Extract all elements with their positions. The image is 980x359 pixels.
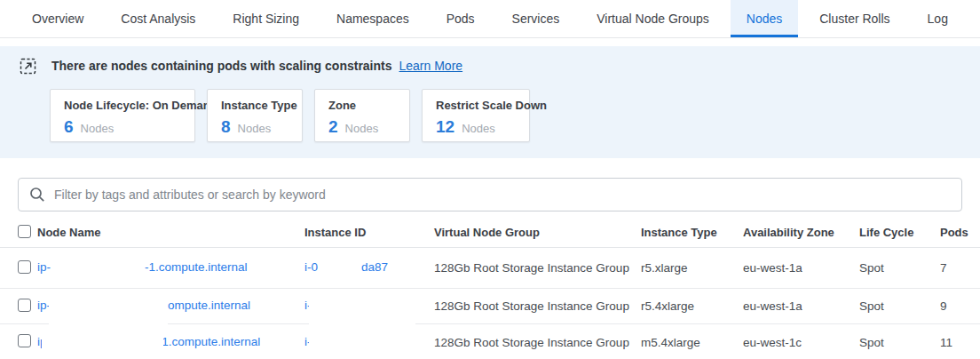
card-unit: Nodes (81, 122, 115, 135)
scale-out-icon (20, 58, 36, 75)
search-icon (29, 187, 45, 203)
card-title: Zone (328, 99, 396, 112)
pods-count: 9 (940, 299, 980, 313)
tab-virtual-node-groups[interactable]: Virtual Node Groups (581, 0, 725, 37)
availability-zone-value: eu-west-1a (743, 261, 859, 275)
instance-id-link[interactable]: i-0d (304, 334, 434, 350)
instance-type-value: r5.4xlarge (641, 299, 743, 313)
instance-id-link[interactable]: i-0da87 (304, 260, 434, 276)
constraint-card-instance-type[interactable]: Instance Type 8 Nodes (207, 89, 303, 142)
row-checkbox[interactable] (18, 334, 31, 347)
tab-nodes[interactable]: Nodes (731, 0, 798, 37)
card-count: 12 (436, 117, 454, 137)
search-input[interactable] (54, 187, 951, 202)
life-cycle-value: Spot (859, 299, 940, 313)
card-unit: Nodes (345, 122, 379, 135)
card-title: Node Lifecycle: On Demand (64, 99, 181, 112)
virtual-node-group-value: 128Gb Root Storage Instance Group (434, 336, 641, 349)
column-life-cycle: Life Cycle (859, 226, 940, 239)
table-row: ip--1.compute.internal i-0da87 128Gb Roo… (0, 248, 980, 289)
tab-bar: Overview Cost Analysis Right Sizing Name… (0, 0, 980, 38)
tab-services[interactable]: Services (496, 0, 576, 37)
life-cycle-value: Spot (859, 336, 940, 349)
tab-pods[interactable]: Pods (431, 0, 491, 37)
column-virtual-node-group: Virtual Node Group (434, 226, 641, 239)
select-all-checkbox[interactable] (18, 225, 31, 238)
row-checkbox[interactable] (18, 260, 31, 274)
pods-count: 11 (940, 336, 980, 349)
constraint-card-zone[interactable]: Zone 2 Nodes (314, 89, 410, 142)
filter-search (18, 178, 962, 211)
nodes-table: Node Name Instance ID Virtual Node Group… (0, 218, 980, 359)
card-title: Instance Type (221, 99, 288, 112)
node-name-link[interactable]: ip-t-1.compute.internal (37, 334, 304, 350)
tab-right-sizing[interactable]: Right Sizing (217, 0, 315, 37)
node-name-link[interactable]: ip--1.compute.internal (37, 260, 304, 276)
redacted-text (318, 260, 361, 276)
tab-namespaces[interactable]: Namespaces (320, 0, 425, 37)
table-row: ip-t-1.compute.internal i-0d 128Gb Root … (0, 324, 980, 359)
availability-zone-value: eu-west-1a (743, 299, 859, 313)
redacted-text (318, 334, 401, 350)
redacted-text (58, 299, 159, 315)
tab-cluster-rolls[interactable]: Cluster Rolls (803, 0, 905, 37)
column-instance-id: Instance ID (304, 226, 434, 239)
tab-overview[interactable]: Overview (16, 0, 99, 37)
card-count: 6 (64, 117, 74, 137)
table-header: Node Name Instance ID Virtual Node Group… (0, 218, 980, 248)
card-count: 2 (328, 117, 338, 137)
column-node-name: Node Name (37, 226, 304, 239)
column-pods: Pods (940, 226, 980, 239)
virtual-node-group-value: 128Gb Root Storage Instance Group (434, 299, 641, 313)
learn-more-link[interactable]: Learn More (399, 59, 463, 73)
constraint-card-restrict-scale-down[interactable]: Restrict Scale Down 12 Nodes (422, 89, 530, 142)
tab-cost-analysis[interactable]: Cost Analysis (105, 0, 211, 37)
constraint-card-node-lifecycle[interactable]: Node Lifecycle: On Demand 6 Nodes (50, 89, 195, 142)
pods-count: 7 (940, 261, 980, 275)
column-instance-type: Instance Type (641, 226, 743, 239)
availability-zone-value: eu-west-1c (743, 336, 859, 349)
life-cycle-value: Spot (859, 261, 940, 275)
instance-type-value: r5.xlarge (641, 261, 743, 275)
scaling-constraints-banner: There are nodes containing pods with sca… (0, 46, 980, 158)
tab-log[interactable]: Log (912, 0, 964, 37)
table-row: ip-1.compute.internal i-0 128Gb Root Sto… (0, 289, 980, 324)
card-unit: Nodes (462, 122, 495, 135)
instance-id-link[interactable]: i-0 (304, 299, 434, 315)
redacted-text (51, 334, 154, 350)
row-checkbox[interactable] (18, 299, 31, 312)
card-count: 8 (221, 117, 231, 137)
virtual-node-group-value: 128Gb Root Storage Instance Group (434, 261, 641, 275)
redacted-text (51, 260, 145, 276)
card-title: Restrict Scale Down (436, 99, 516, 112)
card-unit: Nodes (238, 122, 272, 135)
node-name-link[interactable]: ip-1.compute.internal (37, 299, 304, 315)
banner-message: There are nodes containing pods with sca… (51, 59, 392, 73)
constraint-cards: Node Lifecycle: On Demand 6 Nodes Instan… (50, 89, 980, 142)
column-availability-zone: Availability Zone (743, 226, 859, 239)
instance-type-value: m5.4xlarge (641, 336, 743, 349)
redacted-text (318, 299, 407, 315)
